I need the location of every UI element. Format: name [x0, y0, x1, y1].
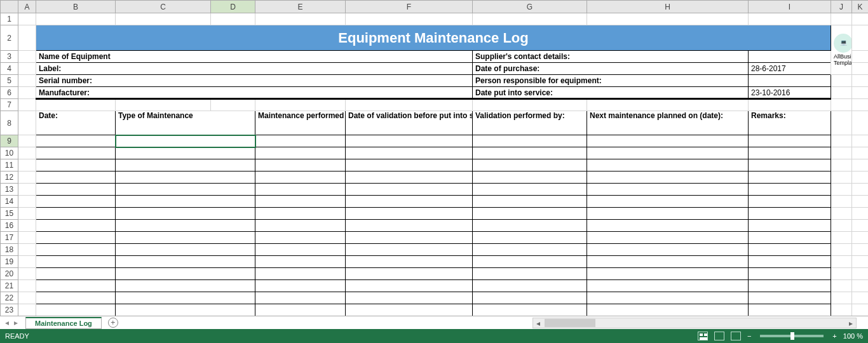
log-cell[interactable] — [473, 172, 587, 184]
col-header-G[interactable]: G — [473, 1, 587, 13]
log-cell[interactable] — [473, 196, 587, 208]
log-cell[interactable] — [749, 208, 831, 220]
cell[interactable] — [211, 99, 255, 111]
cell[interactable] — [831, 304, 852, 316]
log-cell[interactable] — [749, 268, 831, 280]
page-layout-view-button[interactable] — [714, 332, 724, 340]
zoom-slider[interactable] — [760, 335, 824, 337]
row-header-3[interactable]: 3 — [1, 51, 18, 63]
tab-nav-first-icon[interactable]: ◂ — [5, 318, 9, 327]
log-cell[interactable] — [473, 256, 587, 268]
col-header-I[interactable]: I — [749, 1, 831, 13]
log-cell[interactable] — [473, 208, 587, 220]
row-header-4[interactable]: 4 — [1, 63, 18, 75]
cell[interactable] — [18, 63, 36, 75]
select-all-corner[interactable] — [1, 1, 18, 13]
row-header-7[interactable]: 7 — [1, 99, 18, 111]
cell[interactable] — [831, 111, 852, 135]
log-cell[interactable] — [587, 172, 749, 184]
log-cell[interactable] — [36, 280, 116, 292]
col-header-F[interactable]: F — [346, 1, 473, 13]
log-cell[interactable] — [346, 159, 473, 172]
log-header[interactable]: Maintenance performed by: — [255, 111, 346, 135]
cell[interactable] — [852, 13, 869, 25]
log-cell[interactable] — [346, 220, 473, 232]
row-header-9[interactable]: 9 — [1, 135, 18, 147]
log-header[interactable]: Next maintenance planned on (date): — [587, 111, 749, 135]
col-header-H[interactable]: H — [587, 1, 749, 13]
cell[interactable] — [852, 196, 869, 208]
log-cell[interactable] — [116, 220, 255, 232]
log-cell[interactable] — [116, 304, 255, 316]
log-cell[interactable] — [255, 184, 346, 196]
log-header[interactable]: Validation performed by: — [473, 111, 587, 135]
zoom-in-button[interactable]: + — [832, 332, 836, 340]
log-cell[interactable] — [473, 280, 587, 292]
log-header[interactable]: Date: — [36, 111, 116, 135]
log-cell[interactable] — [36, 256, 116, 268]
info-left-label[interactable]: Name of Equipment — [36, 51, 473, 63]
log-cell[interactable] — [36, 147, 116, 159]
row-header-10[interactable]: 10 — [1, 147, 18, 159]
log-cell[interactable] — [36, 220, 116, 232]
log-cell[interactable] — [749, 232, 831, 244]
cell[interactable] — [852, 268, 869, 280]
log-cell[interactable] — [36, 135, 116, 147]
log-cell[interactable] — [116, 135, 255, 147]
log-cell[interactable] — [255, 232, 346, 244]
cell[interactable] — [852, 244, 869, 256]
log-cell[interactable] — [473, 268, 587, 280]
sheet-tab[interactable]: Maintenance Log — [25, 317, 102, 329]
cell[interactable] — [587, 99, 749, 111]
cell[interactable] — [18, 280, 36, 292]
log-cell[interactable] — [36, 196, 116, 208]
cell[interactable] — [18, 268, 36, 280]
log-cell[interactable] — [36, 292, 116, 304]
log-cell[interactable] — [116, 232, 255, 244]
cell[interactable] — [18, 184, 36, 196]
cell[interactable] — [852, 220, 869, 232]
log-cell[interactable] — [346, 135, 473, 147]
log-cell[interactable] — [749, 220, 831, 232]
row-header-23[interactable]: 23 — [1, 304, 18, 316]
cell[interactable] — [852, 63, 869, 75]
log-cell[interactable] — [346, 208, 473, 220]
cell[interactable] — [831, 232, 852, 244]
cell[interactable] — [473, 99, 587, 111]
cell[interactable] — [18, 208, 36, 220]
scroll-thumb[interactable] — [545, 319, 595, 327]
log-header[interactable]: Remarks: — [749, 111, 831, 135]
cell[interactable] — [831, 208, 852, 220]
cell[interactable] — [346, 99, 473, 111]
log-cell[interactable] — [587, 268, 749, 280]
log-cell[interactable] — [116, 196, 255, 208]
cell[interactable] — [587, 13, 749, 25]
cell[interactable] — [852, 292, 869, 304]
log-cell[interactable] — [587, 292, 749, 304]
cell[interactable] — [852, 184, 869, 196]
row-header-20[interactable]: 20 — [1, 268, 18, 280]
normal-view-button[interactable] — [698, 332, 708, 340]
cell[interactable] — [36, 99, 116, 111]
row-header-21[interactable]: 21 — [1, 280, 18, 292]
cell[interactable] — [831, 244, 852, 256]
log-cell[interactable] — [36, 232, 116, 244]
cell[interactable] — [18, 304, 36, 316]
cell[interactable] — [852, 99, 869, 111]
row-header-18[interactable]: 18 — [1, 244, 18, 256]
log-cell[interactable] — [255, 244, 346, 256]
info-right-value[interactable] — [749, 75, 831, 87]
log-cell[interactable] — [587, 147, 749, 159]
cell[interactable] — [831, 268, 852, 280]
cell[interactable] — [852, 159, 869, 172]
cell[interactable] — [852, 75, 869, 87]
log-cell[interactable] — [473, 159, 587, 172]
cell[interactable] — [473, 13, 587, 25]
log-cell[interactable] — [473, 135, 587, 147]
title-banner[interactable]: Equipment Maintenance Log — [36, 25, 831, 51]
cell[interactable] — [18, 13, 36, 25]
cell[interactable] — [831, 220, 852, 232]
log-cell[interactable] — [116, 280, 255, 292]
log-cell[interactable] — [255, 208, 346, 220]
row-header-11[interactable]: 11 — [1, 159, 18, 172]
